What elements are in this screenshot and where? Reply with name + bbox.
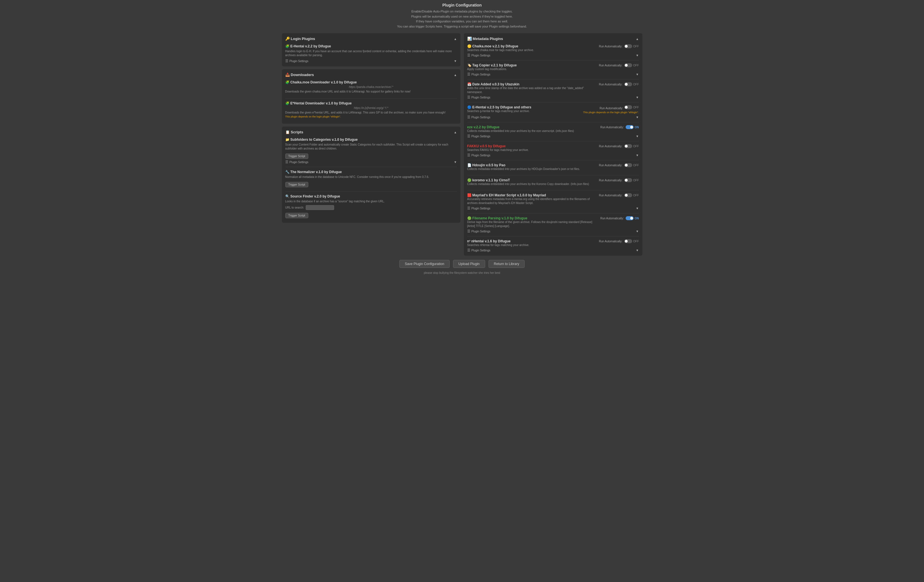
downloaders-collapse[interactable]: ▲ <box>454 73 457 77</box>
filename-parsing-name: 🟢 Filename Parsing v.1.0 by Difugue <box>467 216 601 220</box>
mayriad-settings-button[interactable]: ☰ Plugin Settings <box>467 206 490 210</box>
bottom-bar: Save Plugin Configuration Upload Plugin … <box>282 256 642 270</box>
chaika-meta-desc: Searches chaika.moe for tags matching yo… <box>467 48 599 52</box>
eze-toggle[interactable]: ON <box>625 125 639 129</box>
filename-parsing-toggle[interactable]: ON <box>625 216 639 220</box>
ehentai-login-expand[interactable]: ▼ <box>454 59 457 63</box>
koromo-name: 🟢 koromo v.1.1 by CirnoT <box>467 178 599 182</box>
ehentai-meta-settings-button[interactable]: ☰ Plugin Settings <box>467 115 490 119</box>
filename-parsing-settings-button[interactable]: ☰ Plugin Settings <box>467 229 490 233</box>
ehentai-downloader-desc: Downloads the given e*hentai URL, and ad… <box>285 110 457 119</box>
nhentai-expand[interactable]: ▼ <box>636 249 639 252</box>
chaika-meta-plugin: 🟡 Chaika.moe v.2.1 by Difugue Searches c… <box>467 44 639 61</box>
koromo-toggle[interactable]: OFF <box>624 178 639 182</box>
eze-name: eze v.2.2 by Difugue <box>467 125 601 129</box>
ehentai-meta-toggle[interactable]: OFF <box>624 105 639 109</box>
source-finder-trigger-button[interactable]: Trigger Script <box>285 213 309 218</box>
status-bar: please stop bullying the filesystem watc… <box>282 270 642 277</box>
source-finder-url-row: URL to search: <box>285 205 457 210</box>
right-column: 📊 Metadata Plugins ▲ 🟡 Chaika.moe v.2.1 … <box>464 33 642 256</box>
chaika-meta-expand[interactable]: ▼ <box>636 54 639 57</box>
normalizer-trigger-row: Trigger Script <box>285 181 457 188</box>
nhentai-plugin: n³ nHentai v.1.6 by Difugue Searches nHe… <box>467 239 639 252</box>
scripts-section: 📋 Scripts ▲ 📁 Subfolders to Categories v… <box>282 127 460 223</box>
ehentai-login-settings-button[interactable]: ☰ Plugin Settings <box>285 59 309 63</box>
source-finder-name: 🔍 Source Finder v.2.0 by Difugue <box>285 195 457 198</box>
date-added-toggle[interactable]: OFF <box>624 82 639 86</box>
ehentai-downloader-name: 🧩 E*Hentai Downloader v.1.0 by Difugue <box>285 101 457 105</box>
subfolders-trigger-button[interactable]: Trigger Script <box>285 153 309 159</box>
metadata-plugins-header: 📊 Metadata Plugins ▲ <box>467 36 639 41</box>
mayriad-expand[interactable]: ▼ <box>636 206 639 210</box>
date-added-settings-button[interactable]: ☰ Plugin Settings <box>467 96 490 99</box>
ehentai-downloader-plugin: 🧩 E*Hentai Downloader v.1.0 by Difugue h… <box>285 101 457 119</box>
login-plugins-title: 🔑 Login Plugins <box>285 36 315 41</box>
tag-copier-name: 🏷️ Tag Copier v.2.1 by Difugue <box>467 63 599 67</box>
downloaders-section: 📥 Downloaders ▲ 🧩 Chaika.moe Downloader … <box>282 69 460 124</box>
date-added-expand[interactable]: ▼ <box>636 96 639 99</box>
tag-copier-expand[interactable]: ▼ <box>636 73 639 76</box>
filename-parsing-expand[interactable]: ▼ <box>636 229 639 233</box>
subfolders-settings-row: ☰ Plugin Settings ▼ <box>285 160 457 164</box>
fakku-desc: Searches FAKKU for tags matching your ar… <box>467 148 599 152</box>
filename-parsing-desc: Derive tags from the filename of the giv… <box>467 220 601 228</box>
settings-icon: ☰ <box>285 59 289 63</box>
chaika-meta-toggle[interactable]: OFF <box>624 44 639 48</box>
login-plugins-section: 🔑 Login Plugins ▲ 🧩 E-Hentai v.2.2 by Di… <box>282 33 460 66</box>
fakku-plugin: FAKKU v.0.5 by Difugue Searches FAKKU fo… <box>467 144 639 160</box>
mayriad-plugin: 🟥 Mayriad's EH Master Script v.1.0.0 by … <box>467 193 639 213</box>
tag-copier-settings-button[interactable]: ☰ Plugin Settings <box>467 73 490 76</box>
scripts-collapse[interactable]: ▲ <box>454 130 457 134</box>
subfolders-settings-button[interactable]: ☰ Plugin Settings <box>285 160 309 164</box>
fakku-name: FAKKU v.0.5 by Difugue <box>467 144 599 148</box>
fakku-expand[interactable]: ▼ <box>636 153 639 157</box>
nhentai-toggle[interactable]: OFF <box>624 239 639 243</box>
normalizer-desc: Normalize all metadata in the database t… <box>285 175 457 179</box>
page-title: Plugin Configuration <box>442 3 482 7</box>
mayriad-toggle[interactable]: OFF <box>624 193 639 197</box>
ehentai-meta-desc: Searches g-hentai for tags matching your… <box>467 109 583 113</box>
metadata-plugins-title: 📊 Metadata Plugins <box>467 36 503 41</box>
chaika-meta-name: 🟡 Chaika.moe v.2.1 by Difugue <box>467 44 599 48</box>
chaika-downloader-desc: Downloads the given chaika.moe URL and a… <box>285 90 457 94</box>
subfolders-expand[interactable]: ▼ <box>454 160 457 164</box>
ehentai-meta-expand[interactable]: ▼ <box>636 115 639 119</box>
chaika-downloader-name: 🧩 Chaika.moe Downloader v.1.0 by Difugue <box>285 80 457 84</box>
normalizer-script: 🔧 The Normalizer v.1.0 by Difugue Normal… <box>285 170 457 191</box>
metadata-plugins-collapse[interactable]: ▲ <box>636 37 639 41</box>
eze-expand[interactable]: ▼ <box>636 135 639 138</box>
return-to-library-button[interactable]: Return to Library <box>488 260 525 268</box>
tag-copier-toggle[interactable]: OFF <box>624 63 639 67</box>
chaika-meta-settings-button[interactable]: ☰ Plugin Settings <box>467 53 490 57</box>
normalizer-name: 🔧 The Normalizer v.1.0 by Difugue <box>285 170 457 174</box>
upload-plugin-button[interactable]: Upload Plugin <box>453 260 485 268</box>
chaika-downloader-plugin: 🧩 Chaika.moe Downloader v.1.0 by Difugue… <box>285 80 457 99</box>
hdoujin-toggle[interactable]: OFF <box>624 163 639 167</box>
source-finder-script: 🔍 Source Finder v.2.0 by Difugue Looks i… <box>285 195 457 219</box>
login-plugins-collapse[interactable]: ▲ <box>454 37 457 41</box>
subfolders-desc: Scan your Content Folder and automatical… <box>285 143 457 151</box>
normalizer-trigger-button[interactable]: Trigger Script <box>285 182 309 187</box>
login-plugins-header: 🔑 Login Plugins ▲ <box>285 36 457 41</box>
source-finder-trigger-row: Trigger Script <box>285 212 457 219</box>
save-config-button[interactable]: Save Plugin Configuration <box>399 260 450 268</box>
ehentai-meta-name: 🔵 E-Hentai v.2.5 by Difugue and others <box>467 105 583 109</box>
downloaders-title: 📥 Downloaders <box>285 73 314 77</box>
chaika-downloader-url: https://panda.chaika.moe/archive/.* <box>285 86 457 89</box>
scripts-title: 📋 Scripts <box>285 130 304 134</box>
nhentai-name: n³ nHentai v.1.6 by Difugue <box>467 239 599 243</box>
fakku-settings-button[interactable]: ☰ Plugin Settings <box>467 153 490 157</box>
fakku-toggle[interactable]: OFF <box>624 144 639 148</box>
source-finder-url-input[interactable] <box>306 205 334 210</box>
date-added-name: 📅 Date Added v.0.3 by Utazukin <box>467 82 599 86</box>
tag-copier-desc: Apply custom tag modifications. <box>467 67 599 71</box>
koromo-desc: Collects metadata embedded into your arc… <box>467 182 599 186</box>
metadata-plugins-section: 📊 Metadata Plugins ▲ 🟡 Chaika.moe v.2.1 … <box>464 33 642 256</box>
date-added-plugin: 📅 Date Added v.0.3 by Utazukin Adds the … <box>467 82 639 102</box>
filename-parsing-plugin: 🟢 Filename Parsing v.1.0 by Difugue Deri… <box>467 216 639 236</box>
mayriad-name: 🟥 Mayriad's EH Master Script v.1.0.0 by … <box>467 193 599 197</box>
eze-settings-button[interactable]: ☰ Plugin Settings <box>467 134 490 138</box>
left-column: 🔑 Login Plugins ▲ 🧩 E-Hentai v.2.2 by Di… <box>282 33 460 256</box>
mayriad-desc: Accurately retrieves metadata from e-hen… <box>467 197 599 205</box>
nhentai-settings-button[interactable]: ☰ Plugin Settings <box>467 248 490 252</box>
